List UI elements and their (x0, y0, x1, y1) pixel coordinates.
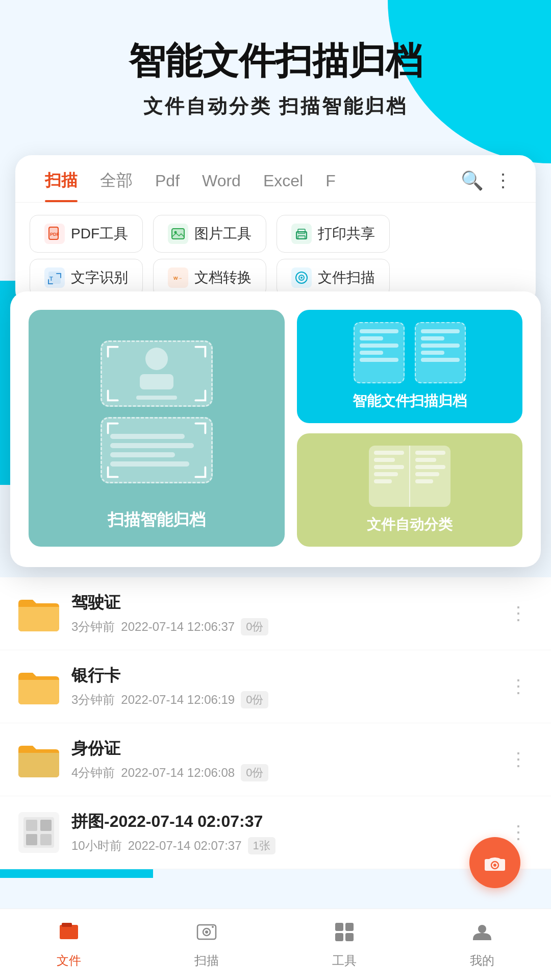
book-page-right (410, 446, 450, 507)
file-more-2[interactable]: ⋮ (504, 744, 533, 775)
img-tool-icon (168, 224, 188, 244)
pdf-tool-icon: PDF (44, 224, 65, 244)
file-meta-yinhangka: 3分钟前 2022-07-14 12:06:19 0份 (71, 691, 504, 708)
tab-all[interactable]: 全部 (89, 169, 144, 202)
pdf-tool-button[interactable]: PDF PDF工具 (30, 215, 143, 253)
filescan-tool-button[interactable]: 文件扫描 (277, 259, 390, 297)
illus-line (110, 452, 175, 457)
illus-line (110, 443, 194, 448)
convert-tool-icon: W→ (168, 267, 188, 288)
file-date-1: 2022-07-14 12:06:19 (121, 693, 235, 707)
svg-text:PDF: PDF (50, 232, 60, 237)
file-item-shenfenzheng[interactable]: 身份证 4分钟前 2022-07-14 12:06:08 0份 ⋮ (0, 723, 551, 796)
svg-rect-18 (26, 820, 37, 831)
ocr-tool-button[interactable]: T 文字识别 (30, 259, 143, 297)
file-list: 驾驶证 3分钟前 2022-07-14 12:06:37 0份 ⋮ 银行卡 3分… (0, 577, 551, 869)
tab-excel[interactable]: Excel (252, 172, 314, 201)
nav-mine[interactable]: 我的 (460, 916, 505, 974)
nav-scan-label: 扫描 (194, 952, 219, 969)
illus-line (110, 461, 189, 467)
doc-icon-1 (354, 322, 405, 383)
folder-icon-yinhangka (18, 669, 59, 704)
pdf-tool-label: PDF工具 (71, 224, 128, 243)
img-tool-label: 图片工具 (194, 224, 252, 243)
svg-point-29 (205, 930, 208, 934)
file-info-yinhangka: 银行卡 3分钟前 2022-07-14 12:06:19 0份 (71, 665, 504, 708)
popup-right: 智能文件扫描归档 文件自动分类 (297, 310, 522, 547)
svg-text:W→: W→ (173, 276, 183, 281)
file-date-2: 2022-07-14 12:06:08 (121, 766, 235, 780)
convert-tool-label: 文档转换 (194, 268, 252, 287)
file-date-3: 2022-07-14 02:07:37 (128, 839, 242, 853)
svg-text:T: T (49, 276, 53, 282)
mine-nav-icon (471, 921, 493, 948)
img-tool-button[interactable]: 图片工具 (153, 215, 266, 253)
file-more-1[interactable]: ⋮ (504, 671, 533, 702)
file-badge-2: 0份 (241, 764, 268, 781)
main-card: 扫描 全部 Pdf Word Excel F 🔍 ⋮ PDF PDF工具 图片工… (15, 155, 536, 307)
svg-rect-20 (26, 834, 37, 845)
svg-point-30 (212, 926, 214, 928)
file-badge-0: 0份 (241, 618, 268, 635)
file-time-0: 3分钟前 (71, 619, 115, 635)
file-thumbnail-pintu (18, 812, 59, 853)
file-name-jiashizheng: 驾驶证 (71, 592, 504, 614)
file-item-jiashizheng[interactable]: 驾驶证 3分钟前 2022-07-14 12:06:37 0份 ⋮ (0, 577, 551, 650)
file-badge-3: 1张 (248, 837, 276, 854)
file-date-0: 2022-07-14 12:06:37 (121, 620, 235, 634)
file-info-jiashizheng: 驾驶证 3分钟前 2022-07-14 12:06:37 0份 (71, 592, 504, 635)
scan-archive-label: 扫描智能归档 (108, 509, 206, 531)
svg-rect-25 (60, 925, 78, 939)
search-icon[interactable]: 🔍 (456, 170, 489, 202)
file-time-1: 3分钟前 (71, 692, 115, 708)
file-name-pintu: 拼图-2022-07-14 02:07:37 (71, 811, 504, 833)
file-item-pintu[interactable]: 拼图-2022-07-14 02:07:37 10小时前 2022-07-14 … (0, 796, 551, 869)
nav-tools[interactable]: 工具 (322, 916, 367, 974)
svg-rect-26 (62, 923, 72, 927)
svg-point-35 (478, 925, 486, 933)
auto-classify-button[interactable]: 文件自动分类 (297, 433, 522, 547)
file-badge-1: 0份 (241, 691, 268, 708)
filescan-tool-label: 文件扫描 (318, 268, 375, 287)
more-icon[interactable]: ⋮ (489, 170, 517, 202)
smart-scan-button[interactable]: 智能文件扫描归档 (297, 310, 522, 423)
tab-word[interactable]: Word (191, 172, 252, 201)
nav-files[interactable]: 文件 (46, 916, 91, 974)
popup-card: 扫描智能归档 智能文件扫描归 (10, 291, 541, 567)
tab-scan[interactable]: 扫描 (34, 169, 89, 202)
svg-rect-21 (40, 834, 52, 845)
file-info-pintu: 拼图-2022-07-14 02:07:37 10小时前 2022-07-14 … (71, 811, 504, 854)
print-tool-button[interactable]: 打印共享 (277, 215, 390, 253)
svg-rect-33 (335, 933, 343, 941)
file-meta-jiashizheng: 3分钟前 2022-07-14 12:06:37 0份 (71, 618, 504, 635)
person-line (136, 396, 177, 400)
svg-rect-32 (345, 923, 354, 931)
file-info-shenfenzheng: 身份证 4分钟前 2022-07-14 12:06:08 0份 (71, 738, 504, 781)
nav-scan[interactable]: 扫描 (184, 916, 229, 974)
book-illus (369, 446, 450, 507)
ocr-tool-icon: T (44, 267, 65, 288)
ocr-tool-label: 文字识别 (71, 268, 128, 287)
svg-rect-34 (345, 933, 354, 941)
folder-icon-jiashizheng (18, 596, 59, 631)
print-tool-icon (291, 224, 312, 244)
file-more-0[interactable]: ⋮ (504, 598, 533, 629)
tab-f[interactable]: F (314, 172, 347, 201)
hero-subtitle: 文件自动分类 扫描智能归档 (31, 93, 520, 119)
nav-tools-label: 工具 (332, 952, 357, 969)
scan-archive-button[interactable]: 扫描智能归档 (29, 310, 285, 547)
file-item-yinhangka[interactable]: 银行卡 3分钟前 2022-07-14 12:06:19 0份 ⋮ (0, 650, 551, 723)
svg-point-16 (300, 277, 303, 279)
file-name-yinhangka: 银行卡 (71, 665, 504, 687)
tools-nav-icon (333, 921, 356, 948)
tab-pdf[interactable]: Pdf (144, 172, 191, 201)
nav-files-label: 文件 (57, 952, 81, 969)
convert-tool-button[interactable]: W→ 文档转换 (153, 259, 266, 297)
print-tool-label: 打印共享 (318, 224, 375, 243)
folder-icon-shenfenzheng (18, 742, 59, 777)
hero-title: 智能文件扫描归档 (31, 41, 520, 81)
camera-fab[interactable] (469, 837, 520, 888)
file-meta-shenfenzheng: 4分钟前 2022-07-14 12:06:08 0份 (71, 764, 504, 781)
scan-nav-icon (195, 921, 218, 948)
nav-mine-label: 我的 (470, 952, 494, 969)
